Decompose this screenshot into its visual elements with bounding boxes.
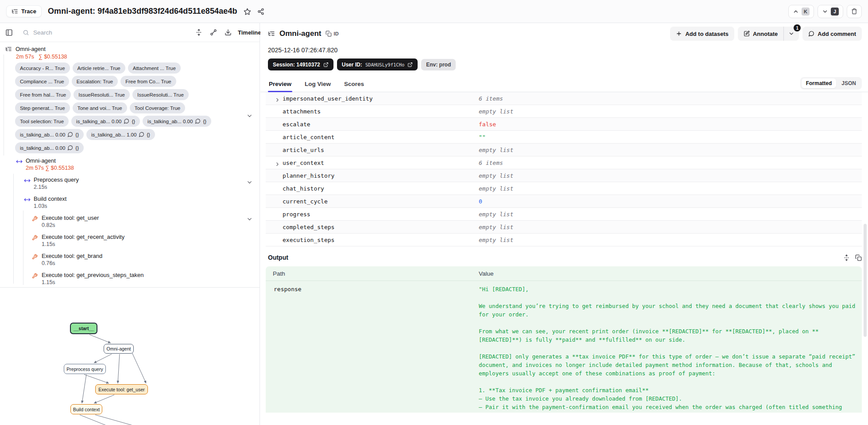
formatted-toggle[interactable]: Formatted <box>802 78 837 88</box>
user-id-badge[interactable]: User ID: SDAHUSLy9f1CHo <box>337 58 418 70</box>
output-response-row[interactable]: response "Hi [REDACTED], We understand y… <box>266 281 862 413</box>
score-chip[interactable]: Attachment ... True <box>128 62 181 74</box>
preview-row[interactable]: execution_stepsempty list <box>266 234 862 246</box>
copy-id-button[interactable]: ID <box>326 31 339 37</box>
next-trace-button[interactable]: J <box>818 5 843 18</box>
score-chip[interactable]: Tool selection: True <box>15 116 69 127</box>
preview-row[interactable]: progressempty list <box>266 208 862 221</box>
comment-icon <box>808 31 814 37</box>
top-bar: Trace Omni-agent: 9f4a81eb3df983f24d64d5… <box>0 0 868 23</box>
score-chip[interactable]: Free from hal... True <box>15 89 71 100</box>
score-chip[interactable]: Tool Coverage: True <box>130 102 186 113</box>
preview-row[interactable]: attachmentsempty list <box>266 105 862 118</box>
download-icon[interactable] <box>225 29 232 36</box>
score-chip[interactable]: IssueResoluti... True <box>132 89 189 100</box>
graph-node[interactable]: Execute tool: get_user <box>95 384 148 394</box>
preview-row[interactable]: article_content"" <box>266 131 862 144</box>
id-label: ID <box>333 31 339 36</box>
json-toggle[interactable]: JSON <box>837 78 860 88</box>
tool-wrench-icon <box>32 216 38 222</box>
score-chip[interactable]: Free from Co... True <box>120 76 176 87</box>
expand-row-chevron-icon[interactable] <box>275 96 280 104</box>
collapse-row-chevron-icon[interactable] <box>246 112 253 120</box>
prev-trace-button[interactable]: K <box>788 5 814 18</box>
score-chip[interactable]: is_talking_ab... 0.00{} <box>15 142 84 153</box>
preview-value: empty list <box>479 237 513 243</box>
preview-row[interactable]: chat_historyempty list <box>266 182 862 195</box>
copy-output-icon[interactable] <box>855 254 862 261</box>
expand-row-chevron-icon[interactable] <box>275 160 280 168</box>
annotate-button[interactable]: Annotate <box>738 27 783 41</box>
score-chip[interactable]: Tone and voi... True <box>73 102 127 113</box>
trash-icon <box>851 8 857 15</box>
share-icon[interactable] <box>257 8 264 16</box>
preview-row[interactable]: article_urlsempty list <box>266 144 862 156</box>
add-comment-button[interactable]: Add comment <box>802 27 862 41</box>
score-chip[interactable]: IssueResoluti... True <box>74 89 130 100</box>
score-chip[interactable]: Escalation: True <box>72 76 118 87</box>
star-icon[interactable] <box>244 7 251 15</box>
search-input[interactable] <box>33 29 157 36</box>
score-chip[interactable]: Step generat... True <box>15 102 70 113</box>
preview-value: empty list <box>479 108 513 115</box>
preview-row[interactable]: current_cycle0 <box>266 195 862 208</box>
graph-node[interactable]: Preprocess query <box>64 364 106 374</box>
graph-node[interactable]: __start__ <box>70 323 97 334</box>
graph-node[interactable]: Omni-agent <box>104 344 134 354</box>
delete-trace-button[interactable] <box>847 5 862 18</box>
expand-output-icon[interactable] <box>843 254 850 261</box>
plus-icon <box>676 31 682 37</box>
graph-node[interactable]: Build context <box>70 404 102 414</box>
root-cost: ∑ $0.55138 <box>39 54 67 60</box>
preview-row[interactable]: completed_stepsempty list <box>266 221 862 234</box>
unfold-all-icon[interactable] <box>195 29 202 36</box>
score-chip[interactable]: Accuracy - R... True <box>15 62 70 74</box>
span-row[interactable]: Execute tool: get_previous_steps_taken1.… <box>5 271 260 286</box>
score-chip[interactable]: is_talking_ab... 0.00{} <box>15 129 84 140</box>
preview-row[interactable]: impersonated_user_identity6 items <box>266 92 862 105</box>
shortcut-key-k: K <box>802 8 810 16</box>
page-title: Omni-agent: 9f4a81eb3df983f24d64d511e854… <box>48 7 237 16</box>
span-row[interactable]: Omni-agent2m 57s ∑ $0.55138 <box>5 157 260 172</box>
preview-value: 6 items <box>479 160 503 166</box>
span-row[interactable]: Preprocess query2.15s <box>5 176 260 191</box>
sidebar-toolbar: Timeline <box>0 23 260 42</box>
timeline-toggle[interactable]: Timeline <box>238 29 261 36</box>
span-row[interactable]: Execute tool: get_recent_activity1.15s <box>5 233 260 248</box>
output-response-key: response <box>274 286 302 292</box>
vertical-scrollbar[interactable] <box>864 224 867 337</box>
span-name: Omni-agent <box>16 46 46 52</box>
detail-actions: Add to datasets Annotate 1 Add comment <box>670 27 862 41</box>
preview-row[interactable]: user_context6 items <box>266 156 862 169</box>
score-chip[interactable]: is_talking_ab... 0.00{} <box>143 116 211 127</box>
tab-log-view[interactable]: Log View <box>304 81 332 92</box>
trace-badges: Session: 14910372 User ID: SDAHUSLy9f1CH… <box>268 58 868 70</box>
preview-row[interactable]: escalatefalse <box>266 118 862 131</box>
trace-badge[interactable]: Trace <box>6 5 42 17</box>
output-col-path: Path <box>273 270 285 277</box>
collapse-panel-icon[interactable] <box>5 29 13 36</box>
graph-view-icon[interactable] <box>210 29 217 36</box>
span-row-root[interactable]: Omni-agent <box>5 45 260 53</box>
span-row[interactable]: Execute tool: get_brand0.76s <box>5 252 260 267</box>
preview-value: empty list <box>479 185 513 192</box>
add-to-datasets-button[interactable]: Add to datasets <box>670 27 734 41</box>
annotate-dropdown-button[interactable]: 1 <box>784 27 799 41</box>
collapse-row-chevron-icon[interactable] <box>246 178 253 186</box>
span-row[interactable]: Build context1.03s <box>5 195 260 210</box>
score-chip[interactable]: is_talking_ab... 0.00{} <box>71 116 140 127</box>
collapse-row-chevron-icon[interactable] <box>246 215 253 223</box>
span-row[interactable]: Execute tool: get_user0.82s <box>5 214 260 229</box>
search-box[interactable] <box>23 29 169 36</box>
score-chip[interactable]: Article retrie... True <box>73 62 125 74</box>
preview-value: false <box>479 121 496 128</box>
preview-key: impersonated_user_identity <box>283 95 373 102</box>
score-chip[interactable]: is_talking_ab... 1.00{} <box>86 129 155 140</box>
root-duration: 2m 57s <box>16 54 34 60</box>
tab-scores[interactable]: Scores <box>343 81 365 92</box>
score-chip[interactable]: Compliance ... True <box>15 76 69 87</box>
preview-row[interactable]: planner_historyempty list <box>266 169 862 182</box>
tab-preview[interactable]: Preview <box>268 81 292 92</box>
session-badge[interactable]: Session: 14910372 <box>268 58 333 70</box>
comment-icon <box>195 118 201 124</box>
